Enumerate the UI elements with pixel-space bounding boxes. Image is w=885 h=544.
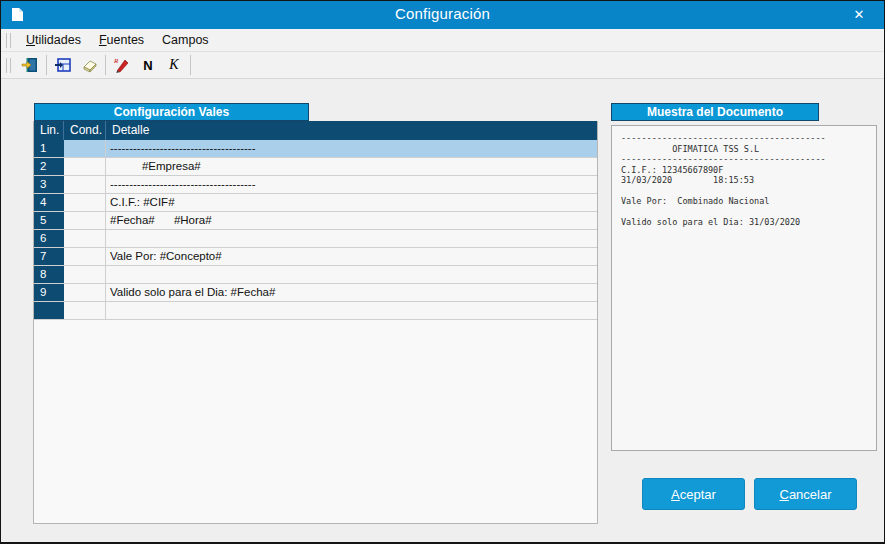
eraser-button[interactable] — [76, 54, 102, 77]
table-row[interactable]: 2 #Empresa# — [34, 158, 597, 176]
cond-cell[interactable] — [64, 140, 106, 157]
detalle-cell[interactable]: -------------------------------------- — [106, 140, 597, 157]
close-icon[interactable]: ✕ — [848, 5, 870, 25]
table-row[interactable]: 4C.I.F.: #CIF# — [34, 194, 597, 212]
exit-door-icon — [21, 56, 39, 74]
detalle-cell[interactable] — [106, 302, 597, 319]
document-preview-panel: ----------------------------------------… — [611, 125, 877, 451]
column-header-detalle: Detalle — [106, 121, 597, 140]
svg-text:R: R — [113, 57, 119, 65]
menu-bar: Utilidades Fuentes Campos — [1, 29, 884, 52]
detalle-cell[interactable]: C.I.F.: #CIF# — [106, 194, 597, 211]
toolbar-grip — [6, 58, 11, 73]
italic-icon: K — [169, 57, 178, 73]
lin-cell — [34, 302, 64, 319]
detalle-cell[interactable]: Valido solo para el Dia: #Fecha# — [106, 284, 597, 301]
lin-cell: 3 — [34, 176, 64, 193]
vales-panel: Lin. Cond. Detalle 1--------------------… — [33, 121, 598, 524]
table-row[interactable]: 7Vale Por: #Concepto# — [34, 248, 597, 266]
detalle-cell[interactable]: #Empresa# — [106, 158, 597, 175]
table-row[interactable]: 8 — [34, 266, 597, 284]
accept-button[interactable]: Aceptar — [642, 478, 745, 510]
lin-cell: 7 — [34, 248, 64, 265]
column-header-cond: Cond. — [64, 121, 106, 140]
toolbar-separator — [105, 55, 106, 75]
menu-fuentes[interactable]: Fuentes — [90, 31, 153, 49]
column-header-lin: Lin. — [34, 121, 64, 140]
lin-cell: 5 — [34, 212, 64, 229]
insert-field-icon — [54, 56, 72, 74]
table-body: 1--------------------------------------2… — [34, 140, 597, 320]
cond-cell[interactable] — [64, 266, 106, 283]
menu-grip — [6, 33, 11, 48]
bold-icon: N — [143, 58, 152, 73]
lin-cell: 2 — [34, 158, 64, 175]
detalle-cell[interactable]: -------------------------------------- — [106, 176, 597, 193]
configuracion-dialog: Configuración ✕ Utilidades Fuentes Campo… — [0, 0, 885, 544]
cond-cell[interactable] — [64, 248, 106, 265]
lin-cell: 9 — [34, 284, 64, 301]
toolbar-separator — [190, 55, 191, 75]
table-row[interactable]: 1-------------------------------------- — [34, 140, 597, 158]
cond-cell[interactable] — [64, 194, 106, 211]
menu-utilidades[interactable]: Utilidades — [17, 31, 90, 49]
lin-cell: 4 — [34, 194, 64, 211]
font-color-button[interactable]: R — [109, 54, 135, 77]
cancel-button[interactable]: Cancelar — [754, 478, 857, 510]
bold-button[interactable]: N — [135, 54, 161, 77]
muestra-header: Muestra del Documento — [611, 103, 819, 121]
table-row[interactable] — [34, 302, 597, 320]
detalle-cell[interactable] — [106, 230, 597, 247]
cond-cell[interactable] — [64, 212, 106, 229]
lin-cell: 8 — [34, 266, 64, 283]
italic-button[interactable]: K — [161, 54, 187, 77]
cond-cell[interactable] — [64, 176, 106, 193]
toolbar: R N K — [1, 52, 884, 79]
table-row[interactable]: 6 — [34, 230, 597, 248]
table-row[interactable]: 9Valido solo para el Dia: #Fecha# — [34, 284, 597, 302]
detalle-cell[interactable]: Vale Por: #Concepto# — [106, 248, 597, 265]
vales-header: Configuración Vales — [34, 103, 309, 121]
red-pen-icon: R — [113, 56, 131, 74]
window-title: Configuración — [1, 5, 884, 22]
table-row[interactable]: 3-------------------------------------- — [34, 176, 597, 194]
toolbar-separator — [46, 55, 47, 75]
cond-cell[interactable] — [64, 284, 106, 301]
cond-cell[interactable] — [64, 230, 106, 247]
table-header-row: Lin. Cond. Detalle — [34, 121, 597, 140]
cond-cell[interactable] — [64, 158, 106, 175]
lin-cell: 1 — [34, 140, 64, 157]
insert-field-button[interactable] — [50, 54, 76, 77]
document-preview-text: ----------------------------------------… — [612, 126, 876, 235]
menu-campos[interactable]: Campos — [153, 31, 218, 49]
detalle-cell[interactable] — [106, 266, 597, 283]
table-row[interactable]: 5#Fecha# #Hora# — [34, 212, 597, 230]
lin-cell: 6 — [34, 230, 64, 247]
detalle-cell[interactable]: #Fecha# #Hora# — [106, 212, 597, 229]
exit-button[interactable] — [17, 54, 43, 77]
eraser-icon — [80, 56, 98, 74]
title-bar: Configuración ✕ — [1, 1, 884, 29]
cond-cell[interactable] — [64, 302, 106, 319]
